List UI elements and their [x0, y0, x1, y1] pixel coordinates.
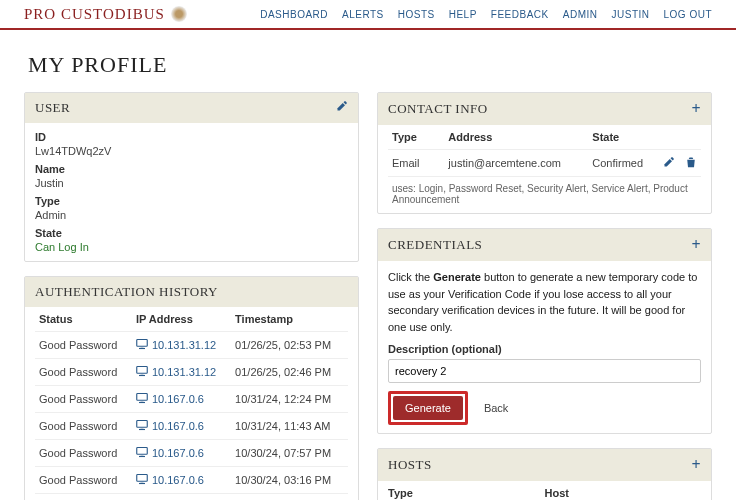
auth-ip[interactable]: 10.167.0.6 — [132, 467, 231, 494]
top-nav: DASHBOARD ALERTS HOSTS HELP FEEDBACK ADM… — [260, 9, 712, 20]
delete-contact-icon[interactable] — [685, 156, 697, 170]
add-credential-icon[interactable]: + — [691, 236, 701, 254]
nav-username[interactable]: JUSTIN — [611, 9, 649, 20]
nav-help[interactable]: HELP — [449, 9, 477, 20]
generate-button[interactable]: Generate — [393, 396, 463, 420]
auth-status: Good Password — [35, 467, 132, 494]
auth-history-table: Status IP Address Timestamp Good Passwor… — [35, 307, 348, 500]
contact-col-type: Type — [388, 125, 444, 150]
contact-address: justin@arcemtene.com — [444, 150, 588, 177]
user-state-value: Can Log In — [35, 241, 348, 253]
auth-panel-title: AUTHENTICATION HISTORY — [35, 284, 218, 300]
contact-state: Confirmed — [588, 150, 659, 177]
contact-info-panel: CONTACT INFO + Type Address State Email … — [377, 92, 712, 214]
auth-timestamp: 01/26/25, 02:46 PM — [231, 359, 348, 386]
monitor-icon — [136, 365, 148, 379]
auth-status: Good Password — [35, 332, 132, 359]
add-contact-icon[interactable]: + — [691, 100, 701, 118]
edit-contact-icon[interactable] — [663, 156, 675, 170]
add-host-icon[interactable]: + — [691, 456, 701, 474]
auth-timestamp: 10/31/24, 11:43 AM — [231, 413, 348, 440]
contact-col-state: State — [588, 125, 659, 150]
monitor-icon — [136, 446, 148, 460]
hosts-panel-title: HOSTS — [388, 457, 432, 473]
table-row: Good Password10.167.0.610/30/24, 03:16 P… — [35, 467, 348, 494]
auth-col-status: Status — [35, 307, 132, 332]
auth-ip[interactable]: 10.167.0.6 — [132, 494, 231, 501]
auth-ip[interactable]: 10.131.31.12 — [132, 332, 231, 359]
table-row: Good Password10.167.0.610/31/24, 11:43 A… — [35, 413, 348, 440]
auth-status: Good Password — [35, 413, 132, 440]
monitor-icon — [136, 392, 148, 406]
description-input[interactable] — [388, 359, 701, 383]
brand-text: PRO CUSTODIBUS — [24, 6, 165, 23]
auth-ip[interactable]: 10.167.0.6 — [132, 440, 231, 467]
auth-status: Good Password — [35, 386, 132, 413]
nav-hosts[interactable]: HOSTS — [398, 9, 435, 20]
user-name-label: Name — [35, 163, 348, 175]
auth-history-panel: AUTHENTICATION HISTORY Status IP Address… — [24, 276, 359, 500]
contact-col-address: Address — [444, 125, 588, 150]
brand: PRO CUSTODIBUS — [24, 6, 187, 23]
svg-rect-1 — [137, 367, 148, 374]
contact-table: Type Address State Email justin@arcemten… — [388, 125, 701, 176]
table-row: Good Password10.167.0.610/30/24, 07:57 P… — [35, 440, 348, 467]
nav-alerts[interactable]: ALERTS — [342, 9, 384, 20]
monitor-icon — [136, 338, 148, 352]
description-label: Description (optional) — [388, 343, 701, 355]
auth-col-ip: IP Address — [132, 307, 231, 332]
edit-user-icon[interactable] — [336, 100, 348, 116]
brand-logo-icon — [171, 6, 187, 22]
user-panel-title: USER — [35, 100, 70, 116]
nav-feedback[interactable]: FEEDBACK — [491, 9, 549, 20]
svg-rect-0 — [137, 340, 148, 347]
user-type-value: Admin — [35, 209, 348, 221]
hosts-col-type: Type — [388, 487, 545, 499]
nav-logout[interactable]: LOG OUT — [663, 9, 712, 20]
auth-timestamp: 10/30/24, 02:33 PM — [231, 494, 348, 501]
user-name-value: Justin — [35, 177, 348, 189]
monitor-icon — [136, 419, 148, 433]
topbar: PRO CUSTODIBUS DASHBOARD ALERTS HOSTS HE… — [0, 0, 736, 30]
nav-dashboard[interactable]: DASHBOARD — [260, 9, 328, 20]
user-type-label: Type — [35, 195, 348, 207]
back-button[interactable]: Back — [476, 396, 516, 420]
page-title: MY PROFILE — [28, 52, 736, 78]
hosts-col-host: Host — [545, 487, 702, 499]
contact-type: Email — [388, 150, 444, 177]
table-row: Good Password10.167.0.610/31/24, 12:24 P… — [35, 386, 348, 413]
table-row: Good Password10.167.0.610/30/24, 02:33 P… — [35, 494, 348, 501]
nav-admin[interactable]: ADMIN — [563, 9, 598, 20]
hosts-panel: HOSTS + Type Host No Hosts — [377, 448, 712, 500]
contact-panel-title: CONTACT INFO — [388, 101, 488, 117]
auth-col-ts: Timestamp — [231, 307, 348, 332]
svg-rect-4 — [137, 448, 148, 455]
credentials-panel: CREDENTIALS + Click the Generate button … — [377, 228, 712, 434]
auth-ip[interactable]: 10.167.0.6 — [132, 386, 231, 413]
table-row: Good Password10.131.31.1201/26/25, 02:53… — [35, 332, 348, 359]
generate-highlight: Generate — [388, 391, 468, 425]
auth-status: Good Password — [35, 494, 132, 501]
auth-ip[interactable]: 10.131.31.12 — [132, 359, 231, 386]
credentials-help-text: Click the Generate button to generate a … — [388, 269, 701, 335]
table-row: Good Password10.131.31.1201/26/25, 02:46… — [35, 359, 348, 386]
auth-status: Good Password — [35, 440, 132, 467]
user-state-label: State — [35, 227, 348, 239]
svg-rect-5 — [137, 475, 148, 482]
credentials-panel-title: CREDENTIALS — [388, 237, 482, 253]
user-id-label: ID — [35, 131, 348, 143]
auth-status: Good Password — [35, 359, 132, 386]
auth-timestamp: 10/30/24, 07:57 PM — [231, 440, 348, 467]
user-panel: USER ID Lw14TDWq2zV Name Justin Type Adm… — [24, 92, 359, 262]
auth-timestamp: 10/30/24, 03:16 PM — [231, 467, 348, 494]
monitor-icon — [136, 473, 148, 487]
auth-timestamp: 10/31/24, 12:24 PM — [231, 386, 348, 413]
svg-rect-2 — [137, 394, 148, 401]
auth-ip[interactable]: 10.167.0.6 — [132, 413, 231, 440]
table-row: Email justin@arcemtene.com Confirmed — [388, 150, 701, 177]
svg-rect-3 — [137, 421, 148, 428]
contact-uses: uses: Login, Password Reset, Security Al… — [388, 176, 701, 207]
user-id-value: Lw14TDWq2zV — [35, 145, 348, 157]
auth-timestamp: 01/26/25, 02:53 PM — [231, 332, 348, 359]
